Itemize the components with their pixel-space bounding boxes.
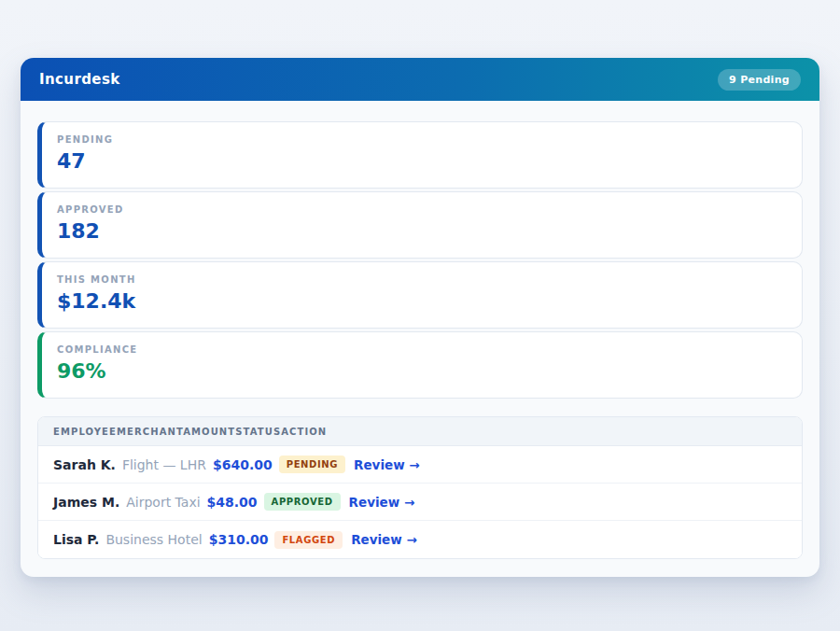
table-row: Sarah K. Flight — LHR $640.00 PENDING Re… — [38, 446, 802, 484]
column-header-employee: EMPLOYEE — [53, 427, 117, 437]
stat-label: COMPLIANCE — [57, 344, 787, 355]
main-content: PENDING 47 APPROVED 182 THIS MONTH $12.4… — [21, 101, 819, 577]
expense-amount: $310.00 — [209, 532, 269, 547]
app-window: Incurdesk 9 Pending PENDING 47 APPROVED … — [21, 58, 819, 577]
merchant-name: Airport Taxi — [126, 495, 200, 510]
column-header-amount: AMOUNT — [183, 427, 235, 437]
review-link[interactable]: Review → — [349, 495, 415, 510]
stat-value: 96% — [57, 360, 787, 383]
expenses-table: EMPLOYEEMERCHANTAMOUNTSTATUSACTION Sarah… — [37, 416, 803, 559]
status-badge: FLAGGED — [274, 531, 343, 549]
pending-count-badge[interactable]: 9 Pending — [718, 69, 801, 91]
column-header-merchant: MERCHANT — [117, 427, 183, 437]
table-row: Lisa P. Business Hotel $310.00 FLAGGED R… — [38, 521, 802, 558]
stat-label: THIS MONTH — [57, 274, 787, 285]
expense-amount: $48.00 — [207, 495, 258, 510]
app-title: Incurdesk — [39, 71, 120, 88]
employee-name: Lisa P. — [53, 532, 99, 547]
stat-card-pending: PENDING 47 — [37, 121, 803, 189]
employee-name: Sarah K. — [53, 457, 116, 472]
table-header-row: EMPLOYEEMERCHANTAMOUNTSTATUSACTION — [38, 417, 802, 446]
column-header-action: ACTION — [281, 427, 327, 437]
stat-card-compliance: COMPLIANCE 96% — [37, 331, 803, 399]
review-link[interactable]: Review → — [351, 532, 417, 547]
stat-value: 47 — [57, 150, 787, 173]
stat-label: APPROVED — [57, 204, 787, 215]
app-header: Incurdesk 9 Pending — [21, 58, 819, 101]
stat-card-this-month: THIS MONTH $12.4k — [37, 261, 803, 329]
merchant-name: Flight — LHR — [122, 457, 206, 472]
table-row: James M. Airport Taxi $48.00 APPROVED Re… — [38, 484, 802, 521]
status-badge: APPROVED — [264, 493, 341, 511]
merchant-name: Business Hotel — [105, 532, 202, 547]
employee-name: James M. — [53, 495, 119, 510]
stat-value: $12.4k — [57, 290, 787, 313]
stat-value: 182 — [57, 220, 787, 243]
stat-label: PENDING — [57, 134, 787, 145]
stat-card-approved: APPROVED 182 — [37, 191, 803, 259]
expense-amount: $640.00 — [213, 457, 273, 472]
review-link[interactable]: Review → — [354, 457, 420, 472]
column-header-status: STATUS — [235, 427, 281, 437]
status-badge: PENDING — [279, 456, 345, 473]
